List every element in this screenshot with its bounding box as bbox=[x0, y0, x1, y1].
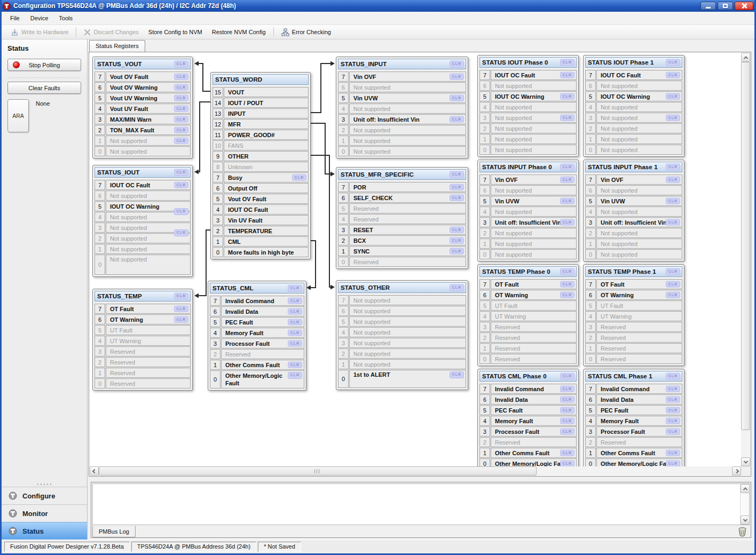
scroll-up-button[interactable] bbox=[741, 53, 750, 62]
clear-bit-button[interactable]: CLR bbox=[560, 59, 574, 66]
restore-nvm-config-button[interactable]: Restore NVM Config bbox=[207, 27, 271, 37]
clear-bit-button[interactable]: CLR bbox=[666, 385, 680, 392]
clear-bit-button[interactable]: CLR bbox=[560, 291, 574, 298]
clear-bit-button[interactable]: CLR bbox=[560, 373, 574, 380]
tab-pmbus-log[interactable]: PMBus Log bbox=[92, 526, 136, 537]
stop-polling-button[interactable]: Stop Polling bbox=[7, 59, 81, 71]
clear-bit-button[interactable]: CLR bbox=[666, 268, 680, 275]
clear-bit-button[interactable]: CLR bbox=[560, 72, 574, 78]
clear-bit-button[interactable]: CLR bbox=[174, 61, 188, 68]
clear-bit-button[interactable]: CLR bbox=[174, 105, 188, 112]
clear-bit-button[interactable]: CLR bbox=[560, 93, 574, 100]
log-scroll-up-button[interactable] bbox=[741, 484, 750, 493]
clear-bit-button[interactable]: CLR bbox=[560, 460, 574, 466]
clear-bit-button[interactable]: CLR bbox=[288, 340, 302, 347]
clear-bit-button[interactable]: CLR bbox=[174, 208, 188, 215]
clear-bit-button[interactable]: CLR bbox=[560, 449, 574, 456]
scroll-right-button[interactable] bbox=[732, 466, 741, 475]
clear-bit-button[interactable]: CLR bbox=[174, 137, 188, 144]
log-scroll-down-button[interactable] bbox=[741, 516, 750, 525]
clear-bit-button[interactable]: CLR bbox=[666, 114, 680, 121]
clear-bit-button[interactable]: CLR bbox=[666, 396, 680, 403]
write-to-hardware-button[interactable]: Write to Hardware bbox=[6, 27, 73, 38]
clear-bit-button[interactable]: CLR bbox=[666, 449, 680, 456]
clear-log-trash-icon[interactable] bbox=[738, 527, 747, 537]
clear-bit-button[interactable]: CLR bbox=[560, 114, 574, 121]
clear-bit-button[interactable]: CLR bbox=[666, 72, 680, 78]
sidebar-item-monitor[interactable]: Monitor bbox=[2, 504, 87, 522]
clear-bit-button[interactable]: CLR bbox=[666, 197, 680, 204]
clear-bit-button[interactable]: CLR bbox=[288, 308, 302, 315]
clear-bit-button[interactable]: CLR bbox=[666, 59, 680, 66]
sidebar-item-status[interactable]: Status bbox=[2, 522, 87, 540]
horizontal-scroll-thumb[interactable] bbox=[99, 466, 537, 475]
clear-bit-button[interactable]: CLR bbox=[450, 237, 464, 244]
vertical-scroll-thumb[interactable] bbox=[741, 62, 750, 430]
ara-button[interactable]: ARA bbox=[7, 99, 29, 132]
vertical-scroll-track[interactable] bbox=[741, 62, 750, 457]
clear-bit-button[interactable]: CLR bbox=[174, 305, 188, 312]
clear-bit-button[interactable]: CLR bbox=[450, 226, 464, 233]
clear-bit-button[interactable]: CLR bbox=[174, 293, 188, 300]
clear-bit-button[interactable]: CLR bbox=[560, 417, 574, 424]
clear-bit-button[interactable]: CLR bbox=[450, 371, 464, 378]
clear-bit-button[interactable]: CLR bbox=[174, 316, 188, 323]
clear-bit-button[interactable]: CLR bbox=[560, 164, 574, 171]
clear-bit-button[interactable]: CLR bbox=[560, 385, 574, 392]
clear-bit-button[interactable]: CLR bbox=[450, 248, 464, 255]
clear-bit-button[interactable]: CLR bbox=[288, 361, 302, 368]
clear-bit-button[interactable]: CLR bbox=[560, 197, 574, 204]
clear-bit-button[interactable]: CLR bbox=[450, 73, 464, 80]
tab-status-registers[interactable]: Status Registers bbox=[89, 40, 145, 52]
horizontal-scroll-track[interactable] bbox=[99, 466, 732, 475]
clear-bit-button[interactable]: CLR bbox=[450, 184, 464, 191]
vertical-scrollbar[interactable] bbox=[741, 53, 750, 466]
clear-bit-button[interactable]: CLR bbox=[560, 176, 574, 183]
clear-bit-button[interactable]: CLR bbox=[560, 268, 574, 275]
clear-bit-button[interactable]: CLR bbox=[560, 281, 574, 288]
clear-bit-button[interactable]: CLR bbox=[174, 229, 188, 236]
menu-file[interactable]: File bbox=[5, 12, 25, 24]
scroll-left-button[interactable] bbox=[90, 466, 99, 475]
clear-bit-button[interactable]: CLR bbox=[450, 116, 464, 123]
clear-bit-button[interactable]: CLR bbox=[450, 61, 464, 68]
pmbus-log-output[interactable] bbox=[92, 483, 750, 525]
clear-bit-button[interactable]: CLR bbox=[174, 73, 188, 80]
clear-bit-button[interactable]: CLR bbox=[174, 169, 188, 176]
clear-bit-button[interactable]: CLR bbox=[174, 126, 188, 133]
clear-bit-button[interactable]: CLR bbox=[666, 176, 680, 183]
clear-bit-button[interactable]: CLR bbox=[174, 84, 188, 91]
clear-bit-button[interactable]: CLR bbox=[666, 93, 680, 100]
sidebar-item-configure[interactable]: Configure bbox=[2, 487, 87, 504]
maximize-button[interactable] bbox=[718, 2, 733, 10]
clear-bit-button[interactable]: CLR bbox=[174, 94, 188, 101]
clear-bit-button[interactable]: CLR bbox=[174, 181, 188, 188]
clear-bit-button[interactable]: CLR bbox=[288, 329, 302, 336]
clear-bit-button[interactable]: CLR bbox=[560, 396, 574, 403]
close-button[interactable] bbox=[735, 2, 753, 10]
clear-bit-button[interactable]: CLR bbox=[560, 428, 574, 435]
minimize-button[interactable] bbox=[700, 2, 716, 10]
clear-bit-button[interactable]: CLR bbox=[666, 281, 680, 288]
clear-bit-button[interactable]: CLR bbox=[450, 284, 464, 291]
clear-bit-button[interactable]: CLR bbox=[450, 194, 464, 201]
clear-bit-button[interactable]: CLR bbox=[288, 297, 302, 304]
clear-bit-button[interactable]: CLR bbox=[174, 116, 188, 123]
clear-bit-button[interactable]: CLR bbox=[288, 372, 302, 379]
clear-bit-button[interactable]: CLR bbox=[560, 407, 574, 414]
clear-bit-button[interactable]: CLR bbox=[666, 219, 680, 226]
clear-bit-button[interactable]: CLR bbox=[666, 428, 680, 435]
horizontal-scrollbar[interactable] bbox=[90, 466, 741, 475]
clear-bit-button[interactable]: CLR bbox=[450, 171, 464, 178]
clear-bit-button[interactable]: CLR bbox=[666, 417, 680, 424]
discard-changes-button[interactable]: Discard Changes bbox=[79, 27, 143, 37]
store-config-to-nvm-button[interactable]: Store Config to NVM bbox=[144, 27, 207, 37]
log-vertical-scrollbar[interactable] bbox=[740, 484, 749, 525]
clear-bit-button[interactable]: CLR bbox=[666, 373, 680, 380]
clear-bit-button[interactable]: CLR bbox=[666, 291, 680, 298]
clear-bit-button[interactable]: CLR bbox=[288, 285, 302, 292]
clear-bit-button[interactable]: CLR bbox=[288, 319, 302, 326]
error-checking-button[interactable]: Error Checking bbox=[277, 27, 336, 38]
clear-bit-button[interactable]: CLR bbox=[450, 94, 464, 101]
clear-faults-button[interactable]: Clear Faults bbox=[7, 82, 81, 94]
